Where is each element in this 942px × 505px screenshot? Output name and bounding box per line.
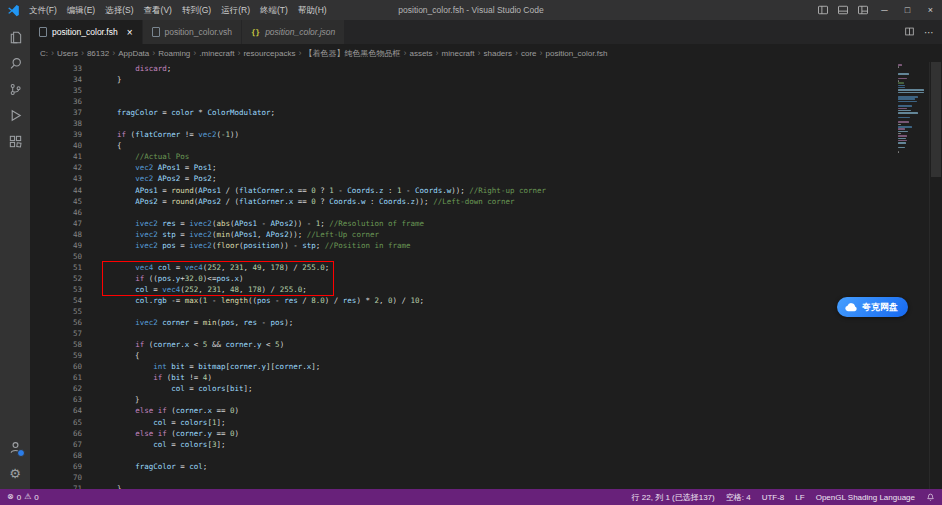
code-line: 47 ivec2 res = ivec2(abs(APos1 - APos2))… [30,218,898,229]
problems-indicator[interactable]: ⊗ 0 ⚠ 0 [7,493,39,502]
line-number: 52 [30,273,92,284]
tab-close-icon[interactable]: × [127,27,133,38]
minimap-line [898,78,907,80]
breadcrumb-item[interactable]: assets [409,49,432,58]
editor-code[interactable]: 33 discard;34 }353637 fragColor = color … [30,63,898,489]
code-text: { [92,350,898,361]
tab-position_color.fsh[interactable]: position_color.fsh× [30,20,143,44]
minimap-line [898,112,918,114]
source-control-icon[interactable] [0,76,30,102]
breadcrumb-item[interactable]: 86132 [87,49,109,58]
settings-icon[interactable]: ⚙ [0,460,30,486]
code-text: fragColor = color * ColorModulator; [92,107,898,118]
customize-layout-icon[interactable] [853,0,873,20]
breadcrumb-item[interactable]: C: [40,49,48,58]
menu-item[interactable]: 文件(F) [24,0,62,20]
minimap-line [898,151,899,153]
code-text [92,118,898,129]
code-line: 46 [30,207,898,218]
breadcrumb-item[interactable]: Users [57,49,78,58]
line-number: 45 [30,196,92,207]
language-mode[interactable]: OpenGL Shading Language [816,493,915,502]
tab-position_color.vsh[interactable]: position_color.vsh [143,20,243,44]
activity-bar: ⚙ [0,20,30,489]
line-number: 54 [30,295,92,306]
notifications-bell-icon[interactable] [926,493,935,502]
minimap-line [898,117,910,119]
minimap-content [898,64,924,154]
breadcrumb-item[interactable]: resourcepacks [243,49,295,58]
breadcrumb-item[interactable]: position_color.fsh [546,49,608,58]
line-number: 46 [30,207,92,218]
account-icon[interactable] [0,434,30,460]
code-text: col = colors[1]; [92,417,898,428]
minimize-button[interactable]: ─ [873,0,896,20]
warning-count: 0 [34,493,38,502]
menu-item[interactable]: 选择(S) [100,0,138,20]
code-line: 42 vec2 APos1 = Pos1; [30,162,898,173]
code-line: 57 [30,328,898,339]
chevron-right-icon: › [81,48,84,58]
toggle-panel-icon[interactable] [833,0,853,20]
search-icon[interactable] [0,50,30,76]
line-number: 60 [30,361,92,372]
menu-item[interactable]: 终端(T) [255,0,293,20]
breadcrumb-item[interactable]: .minecraft [199,49,234,58]
code-line: 45 APos2 = round(APos2 / (flatCorner.x =… [30,196,898,207]
editor-group: position_color.fsh×position_color.vsh{}p… [30,20,942,489]
menu-item[interactable]: 转到(G) [177,0,216,20]
cursor-position[interactable]: 行 22, 列 1 (已选择137) [632,492,715,503]
menu-item[interactable]: 运行(R) [216,0,255,20]
breadcrumb-item[interactable]: shaders [483,49,511,58]
quark-drive-badge[interactable]: 夸克网盘 [837,297,908,317]
status-right: 行 22, 列 1 (已选择137) 空格: 4 UTF-8 LF OpenGL… [632,489,935,505]
maximize-button[interactable]: □ [896,0,919,20]
encoding-setting[interactable]: UTF-8 [762,493,785,502]
chevron-right-icon: › [112,48,115,58]
breadcrumb-item[interactable]: minecraft [442,49,475,58]
code-line: 70 [30,472,898,483]
code-text: col = colors[bit]; [92,383,898,394]
code-line: 52 if ((pos.y+32.0)<=pos.x) [30,273,898,284]
code-text: ivec2 corner = min(pos, res - pos); [92,317,898,328]
eol-setting[interactable]: LF [795,493,804,502]
tab-position_color.json[interactable]: {}position_color.json [242,20,345,44]
indent-setting[interactable]: 空格: 4 [726,492,751,503]
toggle-sidebar-icon[interactable] [813,0,833,20]
more-actions-icon[interactable]: ⋯ [924,27,934,38]
code-text: vec2 APos1 = Pos1; [92,162,898,173]
breadcrumb-item[interactable]: AppData [118,49,149,58]
close-button[interactable]: × [919,0,942,20]
menu-item[interactable]: 帮助(H) [293,0,332,20]
code-line: 38 [30,118,898,129]
line-number: 64 [30,405,92,416]
split-editor-icon[interactable] [904,23,915,41]
code-line: 61 if (bit != 4) [30,372,898,383]
tab-actions: ⋯ [904,20,942,44]
explorer-icon[interactable] [0,24,30,50]
json-icon: {} [251,28,260,37]
extensions-icon[interactable] [0,128,30,154]
code-line: 39 if (flatCorner != vec2(-1)) [30,129,898,140]
code-text [92,85,898,96]
code-line: 53 col = vec4(252, 231, 48, 178) / 255.0… [30,284,898,295]
code-text [92,251,898,262]
minimap-line [898,92,924,94]
editor-pane[interactable]: 33 discard;34 }353637 fragColor = color … [30,62,942,489]
code-line: 55 [30,306,898,317]
line-number: 65 [30,417,92,428]
breadcrumb-item[interactable]: core [521,49,537,58]
menu-item[interactable]: 编辑(E) [62,0,100,20]
minimap[interactable] [898,64,928,154]
run-debug-icon[interactable] [0,102,30,128]
vertical-scrollbar[interactable] [929,62,942,489]
cloud-icon [844,302,858,312]
breadcrumb-item[interactable]: Roaming [158,49,190,58]
menu-item[interactable]: 查看(V) [139,0,177,20]
line-number: 50 [30,251,92,262]
chevron-right-icon: › [237,48,240,58]
code-text: col = colors[3]; [92,439,898,450]
minimap-line [898,133,901,135]
breadcrumb-item[interactable]: 【着色器】纯色黑色物品框 [304,48,400,59]
scrollbar-thumb[interactable] [931,62,941,177]
